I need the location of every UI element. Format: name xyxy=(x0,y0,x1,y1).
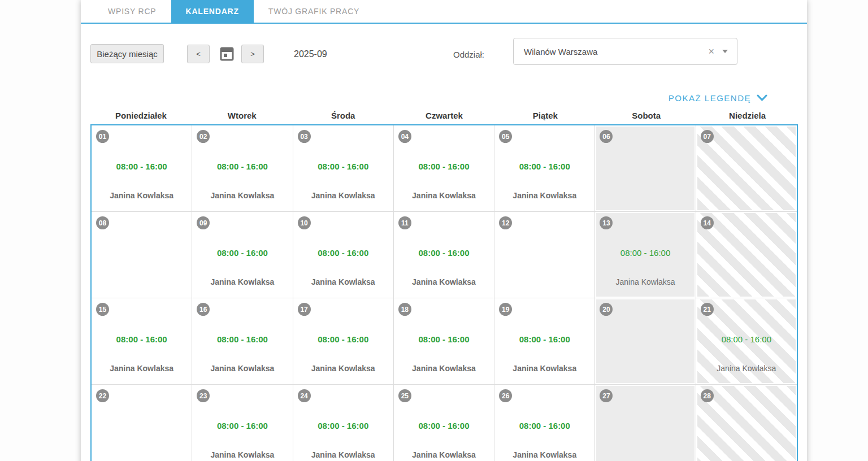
shift-time[interactable]: 08:00 - 16:00 xyxy=(193,421,291,430)
shift-time[interactable]: 08:00 - 16:00 xyxy=(193,334,291,344)
weekday-header-row: PoniedziałekWtorekŚrodaCzwartekPiątekSob… xyxy=(90,111,798,120)
tab-bar: WPISY RCP KALENDARZ TWÓJ GRAFIK PRACY xyxy=(81,0,807,24)
day-cell-02[interactable]: 0208:00 - 16:00Janina Kowlaksa xyxy=(192,125,293,212)
shift-time[interactable]: 08:00 - 16:00 xyxy=(294,334,392,344)
day-cell-01[interactable]: 0108:00 - 16:00Janina Kowlaksa xyxy=(92,125,192,212)
show-legend-toggle[interactable]: POKAŻ LEGENDĘ xyxy=(81,92,807,104)
weekday-header: Wtorek xyxy=(192,111,293,120)
day-cell-04[interactable]: 0408:00 - 16:00Janina Kowlaksa xyxy=(394,125,494,212)
day-cell-10[interactable]: 1008:00 - 16:00Janina Kowlaksa xyxy=(293,212,394,298)
shift-time[interactable]: 08:00 - 16:00 xyxy=(496,421,593,430)
weekday-header: Środa xyxy=(293,111,394,120)
shift-time[interactable]: 08:00 - 16:00 xyxy=(395,248,493,258)
day-cell-background: 27 xyxy=(596,386,694,461)
tab-wpisy-rcp[interactable]: WPISY RCP xyxy=(93,0,171,23)
day-cell-14[interactable]: 14 xyxy=(696,212,797,298)
shift-time[interactable]: 08:00 - 16:00 xyxy=(294,421,392,430)
chevron-down-icon xyxy=(757,94,767,102)
day-number-badge: 25 xyxy=(398,389,411,402)
day-cell-11[interactable]: 1108:00 - 16:00Janina Kowlaksa xyxy=(394,212,494,298)
shift-employee: Janina Kowlaksa xyxy=(93,191,190,200)
day-cell-26[interactable]: 2608:00 - 16:00Janina Kowlaksa xyxy=(494,385,595,461)
shift-employee: Janina Kowlaksa xyxy=(93,364,190,373)
day-cell-background: 12 xyxy=(496,213,593,297)
day-cell-16[interactable]: 1608:00 - 16:00Janina Kowlaksa xyxy=(192,298,293,385)
day-cell-28[interactable]: 28 xyxy=(696,385,797,461)
day-cell-background: 0508:00 - 16:00Janina Kowlaksa xyxy=(496,127,593,210)
main-panel: WPISY RCP KALENDARZ TWÓJ GRAFIK PRACY Bi… xyxy=(81,0,807,461)
shift-time[interactable]: 08:00 - 16:00 xyxy=(93,162,190,171)
prev-month-button[interactable]: < xyxy=(187,45,210,63)
day-number-badge: 16 xyxy=(197,303,210,316)
shift-time[interactable]: 08:00 - 16:00 xyxy=(193,162,291,171)
shift-employee: Janina Kowlaksa xyxy=(395,191,493,200)
day-cell-background: 1308:00 - 16:00Janina Kowlaksa xyxy=(596,213,694,297)
day-cell-15[interactable]: 1508:00 - 16:00Janina Kowlaksa xyxy=(92,298,192,385)
shift-employee: Janina Kowlaksa xyxy=(395,450,493,459)
day-cell-background: 2408:00 - 16:00Janina Kowlaksa xyxy=(294,386,392,461)
current-month-button[interactable]: Bieżący miesiąc xyxy=(90,44,164,63)
shift-employee: Janina Kowlaksa xyxy=(193,191,291,200)
day-cell-background: 1008:00 - 16:00Janina Kowlaksa xyxy=(294,213,392,297)
day-cell-07[interactable]: 07 xyxy=(696,125,797,212)
shift-time[interactable]: 08:00 - 16:00 xyxy=(193,248,291,258)
shift-time[interactable]: 08:00 - 16:00 xyxy=(496,162,593,171)
shift-time[interactable]: 08:00 - 16:00 xyxy=(294,248,392,258)
day-number-badge: 03 xyxy=(298,130,311,143)
tab-kalendarz[interactable]: KALENDARZ xyxy=(171,0,254,23)
shift-employee: Janina Kowlaksa xyxy=(294,191,392,200)
shift-employee: Janina Kowlaksa xyxy=(697,364,796,373)
day-cell-12[interactable]: 12 xyxy=(494,212,595,298)
day-cell-background: 1908:00 - 16:00Janina Kowlaksa xyxy=(496,299,593,383)
day-cell-background: 2608:00 - 16:00Janina Kowlaksa xyxy=(496,386,593,461)
shift-time[interactable]: 08:00 - 16:00 xyxy=(496,334,593,344)
day-cell-21[interactable]: 2108:00 - 16:00Janina Kowlaksa xyxy=(696,298,797,385)
branch-select[interactable]: Wilanów Warszawa × xyxy=(513,38,737,65)
day-cell-27[interactable]: 27 xyxy=(595,385,696,461)
shift-employee: Janina Kowlaksa xyxy=(193,364,291,373)
day-cell-background: 0308:00 - 16:00Janina Kowlaksa xyxy=(294,127,392,210)
tab-twoj-grafik-pracy[interactable]: TWÓJ GRAFIK PRACY xyxy=(254,0,374,23)
day-number-badge: 08 xyxy=(96,216,109,229)
day-cell-20[interactable]: 20 xyxy=(595,298,696,385)
day-number-badge: 06 xyxy=(600,130,613,143)
day-cell-background: 07 xyxy=(697,127,796,210)
day-cell-09[interactable]: 0908:00 - 16:00Janina Kowlaksa xyxy=(192,212,293,298)
day-number-badge: 19 xyxy=(499,303,512,316)
shift-time[interactable]: 08:00 - 16:00 xyxy=(93,334,190,344)
day-number-badge: 27 xyxy=(600,389,613,402)
shift-time[interactable]: 08:00 - 16:00 xyxy=(697,334,796,344)
day-cell-19[interactable]: 1908:00 - 16:00Janina Kowlaksa xyxy=(494,298,595,385)
day-cell-05[interactable]: 0508:00 - 16:00Janina Kowlaksa xyxy=(494,125,595,212)
day-cell-background: 1608:00 - 16:00Janina Kowlaksa xyxy=(193,299,291,383)
day-cell-25[interactable]: 2508:00 - 16:00Janina Kowlaksa xyxy=(394,385,494,461)
day-cell-background: 22 xyxy=(93,386,190,461)
day-cell-06[interactable]: 06 xyxy=(595,125,696,212)
branch-field-label: Oddział: xyxy=(453,50,484,59)
date-picker-button[interactable] xyxy=(219,46,234,62)
shift-employee: Janina Kowlaksa xyxy=(395,364,493,373)
day-cell-08[interactable]: 08 xyxy=(92,212,192,298)
shift-time[interactable]: 08:00 - 16:00 xyxy=(596,248,694,258)
day-cell-13[interactable]: 1308:00 - 16:00Janina Kowlaksa xyxy=(595,212,696,298)
current-period-label: 2025-09 xyxy=(294,49,327,59)
day-number-badge: 18 xyxy=(398,303,411,316)
shift-employee: Janina Kowlaksa xyxy=(294,277,392,286)
clear-icon[interactable]: × xyxy=(708,46,714,56)
day-cell-24[interactable]: 2408:00 - 16:00Janina Kowlaksa xyxy=(293,385,394,461)
day-cell-22[interactable]: 22 xyxy=(92,385,192,461)
day-cell-background: 0108:00 - 16:00Janina Kowlaksa xyxy=(93,127,190,210)
day-cell-23[interactable]: 2308:00 - 16:00Janina Kowlaksa xyxy=(192,385,293,461)
day-cell-03[interactable]: 0308:00 - 16:00Janina Kowlaksa xyxy=(293,125,394,212)
day-cell-17[interactable]: 1708:00 - 16:00Janina Kowlaksa xyxy=(293,298,394,385)
shift-time[interactable]: 08:00 - 16:00 xyxy=(395,334,493,344)
shift-time[interactable]: 08:00 - 16:00 xyxy=(395,162,493,171)
day-cell-18[interactable]: 1808:00 - 16:00Janina Kowlaksa xyxy=(394,298,494,385)
next-month-button[interactable]: > xyxy=(241,45,264,63)
chevron-down-icon[interactable] xyxy=(722,50,728,53)
shift-time[interactable]: 08:00 - 16:00 xyxy=(294,162,392,171)
shift-time[interactable]: 08:00 - 16:00 xyxy=(395,421,493,430)
day-number-badge: 28 xyxy=(701,389,714,402)
day-cell-background: 28 xyxy=(697,386,796,461)
day-cell-background: 0908:00 - 16:00Janina Kowlaksa xyxy=(193,213,291,297)
